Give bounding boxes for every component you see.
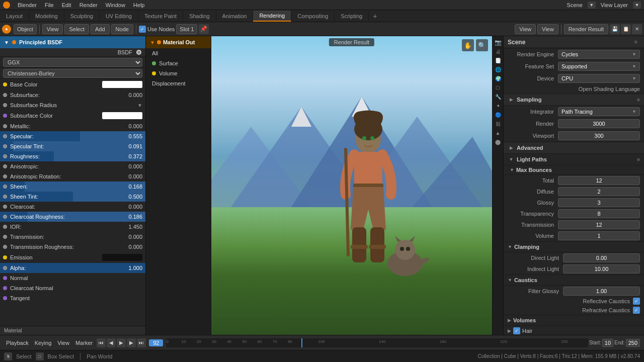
- view-button[interactable]: View: [42, 24, 63, 34]
- clamping-header[interactable]: ▼ Clamping: [504, 241, 644, 252]
- data-icon[interactable]: ▲: [494, 129, 502, 137]
- prop-clearcoat[interactable]: Clearcoat: 0.000: [0, 202, 145, 212]
- timeline-playhead[interactable]: [301, 338, 302, 347]
- object-dropdown[interactable]: Object: [14, 24, 37, 34]
- prop-clearcoat-roughness[interactable]: Clearcoat Roughness: 0.186: [0, 212, 145, 222]
- viewport-zoom-btn[interactable]: 🔍: [476, 39, 488, 51]
- slot-dropdown[interactable]: Slot 1: [176, 24, 197, 34]
- prop-specular-tint[interactable]: Specular Tint: 0.091: [0, 141, 145, 151]
- feature-set-dropdown[interactable]: Supported ▼: [558, 62, 640, 71]
- viewport-hand-btn[interactable]: ✋: [462, 39, 474, 51]
- mat-output-arrow[interactable]: ▼: [150, 40, 155, 45]
- tab-modeling[interactable]: Modeling: [29, 11, 64, 21]
- subsurface-radius-dropdown-icon[interactable]: ▼: [137, 103, 142, 108]
- physics-icon[interactable]: 🔵: [494, 111, 502, 119]
- hair-checkbox[interactable]: ✓: [513, 327, 520, 334]
- prop-metallic[interactable]: Metallic: 0.000: [0, 121, 145, 131]
- menu-render[interactable]: Render: [76, 1, 101, 9]
- prop-alpha[interactable]: Alpha: 1.000: [0, 263, 145, 273]
- jump-start-btn[interactable]: ⏮: [97, 338, 106, 347]
- filter-glossy-value[interactable]: 1.00: [563, 287, 640, 296]
- pin-icon[interactable]: 📌: [199, 24, 209, 34]
- reflective-caustics-checkbox[interactable]: ✓: [633, 298, 640, 305]
- node-collapse-arrow[interactable]: ▼: [4, 40, 9, 45]
- volume-value[interactable]: 1: [558, 231, 640, 240]
- jump-end-btn[interactable]: ⏭: [137, 338, 146, 347]
- sampling-options-icon[interactable]: ≡: [637, 97, 640, 103]
- node-button[interactable]: Node: [111, 24, 133, 34]
- start-frame-value[interactable]: 10: [602, 339, 613, 347]
- prop-base-color[interactable]: Base Color: [0, 79, 145, 90]
- prop-subsurface[interactable]: Subsurface: 0.000: [0, 90, 145, 100]
- output-icon[interactable]: 🖨: [494, 47, 502, 55]
- total-value[interactable]: 12: [558, 176, 640, 185]
- modifier-icon[interactable]: 🔧: [494, 93, 502, 101]
- scene-dropdown-icon[interactable]: ▼: [588, 2, 596, 9]
- prop-anisotropic[interactable]: Anisotropic: 0.000: [0, 161, 145, 171]
- use-nodes-label[interactable]: Use Nodes: [147, 26, 175, 32]
- base-color-swatch[interactable]: [102, 81, 142, 88]
- refractive-caustics-checkbox[interactable]: ✓: [633, 307, 640, 314]
- playback-label[interactable]: Playback: [4, 340, 31, 346]
- direct-light-value[interactable]: 0.00: [563, 253, 640, 262]
- view-button-2[interactable]: View: [515, 24, 536, 34]
- play-btn[interactable]: ▶: [117, 338, 126, 347]
- device-dropdown[interactable]: CPU ▼: [558, 74, 640, 83]
- render-icon[interactable]: 📷: [494, 38, 502, 46]
- glossy-value[interactable]: 3: [558, 198, 640, 207]
- transmission-value[interactable]: 12: [558, 220, 640, 229]
- render-result-label[interactable]: Render Result: [564, 24, 608, 34]
- prev-frame-btn[interactable]: ◀: [107, 338, 116, 347]
- tab-shading[interactable]: Shading: [183, 11, 216, 21]
- prop-normal[interactable]: Normal: [0, 273, 145, 283]
- caustics-header[interactable]: ▼ Caustics: [504, 275, 644, 286]
- material-tab[interactable]: Material: [0, 326, 145, 335]
- render-engine-dropdown[interactable]: Cycles ▼: [558, 50, 640, 59]
- right-panel-options[interactable]: ≡: [632, 38, 640, 46]
- tab-texture-paint[interactable]: Texture Paint: [138, 11, 183, 21]
- current-frame-display[interactable]: 92: [149, 339, 163, 346]
- distribution-row[interactable]: GGX: [0, 57, 145, 68]
- advanced-section-header[interactable]: ▶ Advanced: [504, 142, 644, 154]
- light-paths-options[interactable]: ≡: [637, 157, 640, 162]
- marker-label[interactable]: Marker: [73, 340, 95, 346]
- constraints-icon[interactable]: ⛓: [494, 120, 502, 128]
- tab-compositing[interactable]: Compositing: [291, 11, 335, 21]
- particle-icon[interactable]: ✦: [494, 102, 502, 110]
- emission-swatch[interactable]: [102, 254, 142, 261]
- render-save-icon[interactable]: 💾: [610, 24, 620, 34]
- mat-displacement[interactable]: Displacement: [146, 78, 211, 88]
- prop-roughness[interactable]: Roughness: 0.372: [0, 151, 145, 161]
- max-bounces-header[interactable]: ▼ Max Bounces: [504, 165, 644, 175]
- add-button[interactable]: Add: [91, 24, 110, 34]
- prop-sheen-tint[interactable]: Sheen Tint: 0.500: [0, 192, 145, 202]
- prop-anisotropic-rotation[interactable]: Anisotropic Rotation: 0.000: [0, 171, 145, 182]
- world-icon[interactable]: 🌍: [494, 74, 502, 82]
- prop-emission[interactable]: Emission: [0, 252, 145, 263]
- end-frame-value[interactable]: 250: [626, 339, 640, 347]
- prop-transmission-roughness[interactable]: Transmission Roughness: 0.000: [0, 242, 145, 252]
- tab-layout[interactable]: Layout: [0, 11, 29, 21]
- diffuse-value[interactable]: 2: [558, 187, 640, 196]
- subsurface-method-dropdown[interactable]: Christensen-Burley: [3, 69, 142, 78]
- sampling-section-header[interactable]: ▶ Sampling ≡: [504, 94, 644, 106]
- menu-help[interactable]: Help: [130, 1, 148, 9]
- timeline-track[interactable]: 0 10 20 30 40 50 60 70 80 100 140 180 22…: [166, 338, 588, 347]
- prop-subsurface-color[interactable]: Subsurface Color: [0, 110, 145, 121]
- material-icon[interactable]: ⬤: [494, 138, 502, 146]
- menu-file[interactable]: File: [41, 1, 57, 9]
- volumes-header[interactable]: ▶ Volumes: [504, 315, 644, 326]
- next-frame-btn[interactable]: ▶: [127, 338, 136, 347]
- view-layer-dropdown-icon[interactable]: ▼: [633, 2, 641, 9]
- keying-label[interactable]: Keying: [33, 340, 54, 346]
- prop-specular[interactable]: Specular: 0.555: [0, 131, 145, 141]
- use-nodes-checkbox[interactable]: ✓: [139, 26, 146, 33]
- distribution-dropdown[interactable]: GGX: [3, 58, 142, 67]
- render-samples-value[interactable]: 3000: [558, 119, 640, 128]
- menu-window[interactable]: Window: [102, 1, 129, 9]
- transparency-value[interactable]: 8: [558, 209, 640, 218]
- prop-transmission[interactable]: Transmission: 0.000: [0, 232, 145, 242]
- menu-edit[interactable]: Edit: [58, 1, 75, 9]
- prop-clearcoat-normal[interactable]: Clearcoat Normal: [0, 283, 145, 293]
- object-icon[interactable]: ⬡: [494, 83, 502, 92]
